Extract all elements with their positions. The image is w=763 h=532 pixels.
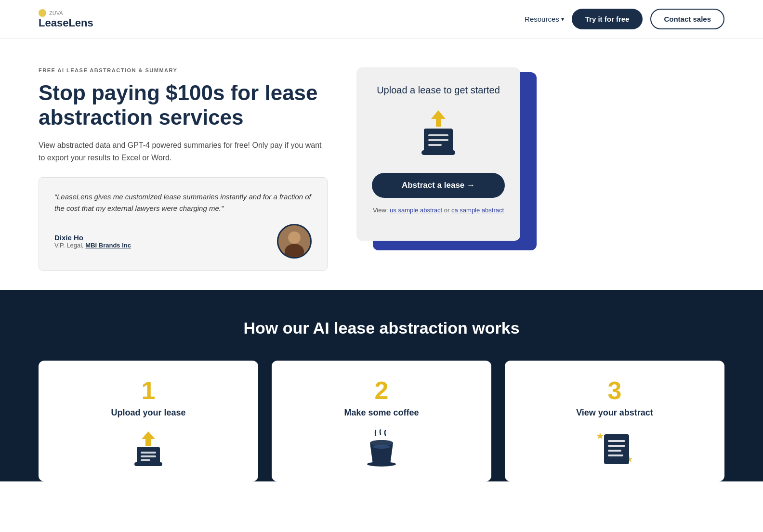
upload-icon	[372, 109, 505, 159]
view-label: View:	[373, 207, 388, 214]
brand-sub-text: ZUVA	[49, 10, 63, 16]
step-3-title: View your abstract	[518, 408, 711, 418]
step-1-card: 1 Upload your lease	[39, 361, 258, 481]
resources-button[interactable]: Resources ▾	[525, 15, 564, 23]
svg-rect-15	[134, 462, 162, 466]
upload-lease-icon	[129, 429, 168, 468]
svg-marker-20	[597, 433, 604, 439]
us-sample-link[interactable]: us sample abstract	[390, 207, 442, 214]
abstract-lease-button[interactable]: Abstract a lease →	[372, 173, 505, 198]
card-view-text: View: us sample abstract or ca sample ab…	[372, 207, 505, 214]
testimonial-author-info: Dixie Ho V.P. Legal, MBI Brands Inc	[54, 234, 269, 249]
testimonial-box: “LeaseLens gives me customized lease sum…	[39, 177, 328, 271]
hero-title: Stop paying $100s for lease abstraction …	[39, 81, 328, 130]
step-1-number: 1	[52, 378, 245, 403]
logo-circle-icon	[39, 9, 46, 17]
svg-rect-8	[428, 144, 442, 146]
step-3-card: 3 View your abstract	[505, 361, 724, 481]
upload-document-icon	[417, 109, 460, 157]
author-title-text: V.P. Legal,	[54, 242, 85, 249]
navbar: ZUVA LeaseLens Resources ▾ Try it for fr…	[0, 0, 763, 39]
step-1-icon	[52, 429, 245, 468]
chevron-down-icon: ▾	[561, 16, 564, 23]
hero-description: View abstracted data and GPT-4 powered s…	[39, 139, 328, 164]
step-3-icon	[518, 429, 711, 468]
upload-card-container: Upload a lease to get started	[356, 67, 530, 250]
author-name: Dixie Ho	[54, 234, 269, 242]
try-free-button[interactable]: Try it for free	[572, 9, 643, 29]
testimonial-quote: “LeaseLens gives me customized lease sum…	[54, 191, 312, 214]
step-2-icon	[285, 429, 478, 468]
author-company-link[interactable]: MBI Brands Inc	[85, 242, 131, 249]
svg-rect-6	[428, 134, 448, 136]
or-separator: or	[444, 207, 451, 214]
testimonial-author-row: Dixie Ho V.P. Legal, MBI Brands Inc	[54, 224, 312, 259]
contact-sales-button[interactable]: Contact sales	[650, 9, 724, 29]
step-1-title: Upload your lease	[52, 408, 245, 418]
hero-eyebrow: FREE AI LEASE ABSTRACTION & SUMMARY	[39, 67, 328, 73]
svg-rect-9	[421, 150, 455, 155]
svg-rect-25	[608, 450, 621, 452]
coffee-icon	[362, 429, 401, 468]
how-it-works-section: How our AI lease abstraction works 1 Upl…	[0, 290, 763, 481]
nav-actions: Resources ▾ Try it for free Contact sale…	[525, 9, 724, 29]
svg-rect-12	[141, 452, 156, 454]
svg-rect-7	[428, 139, 448, 141]
logo: ZUVA LeaseLens	[39, 9, 93, 29]
brand-name: LeaseLens	[39, 17, 93, 29]
section-title: How our AI lease abstraction works	[39, 319, 724, 337]
svg-point-18	[367, 462, 396, 467]
svg-point-19	[373, 445, 390, 449]
svg-rect-23	[608, 440, 625, 442]
upload-card: Upload a lease to get started	[356, 67, 520, 241]
brand-sub: ZUVA	[39, 9, 93, 17]
svg-marker-4	[431, 110, 446, 127]
ca-sample-link[interactable]: ca sample abstract	[451, 207, 504, 214]
step-2-card: 2 Make some coffee	[272, 361, 491, 481]
author-title: V.P. Legal, MBI Brands Inc	[54, 242, 269, 249]
step-2-title: Make some coffee	[285, 408, 478, 418]
hero-left: FREE AI LEASE ABSTRACTION & SUMMARY Stop…	[39, 67, 328, 271]
avatar-svg	[278, 224, 310, 259]
hero-section: FREE AI LEASE ABSTRACTION & SUMMARY Stop…	[0, 39, 763, 290]
step-3-number: 3	[518, 378, 711, 403]
card-title: Upload a lease to get started	[372, 85, 505, 96]
svg-rect-22	[604, 434, 629, 464]
abstract-document-icon	[595, 429, 634, 468]
resources-label: Resources	[525, 15, 559, 23]
svg-rect-14	[141, 459, 150, 461]
steps-row: 1 Upload your lease 2 Make some coffee	[39, 361, 724, 481]
svg-marker-10	[142, 431, 155, 446]
svg-point-3	[289, 233, 300, 243]
svg-rect-13	[141, 455, 156, 457]
step-2-number: 2	[285, 378, 478, 403]
svg-rect-26	[608, 454, 623, 456]
svg-rect-24	[608, 445, 625, 447]
avatar	[277, 224, 312, 259]
